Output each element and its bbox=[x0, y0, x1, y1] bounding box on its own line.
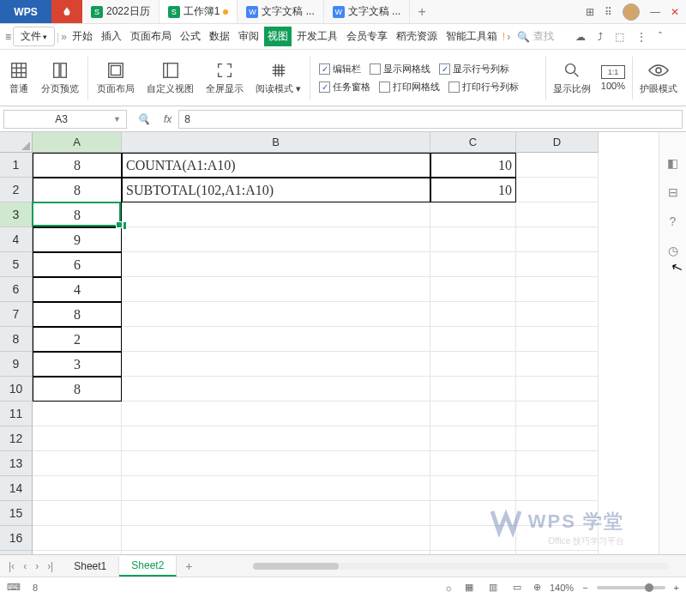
row-header-10[interactable]: 10 bbox=[0, 377, 33, 402]
window-close[interactable]: ✕ bbox=[671, 6, 679, 18]
cell-A4[interactable]: 9 bbox=[33, 227, 122, 252]
cell-C8[interactable] bbox=[430, 327, 516, 352]
flame-icon[interactable] bbox=[51, 0, 82, 23]
ime-icon[interactable]: ⌨ bbox=[7, 582, 21, 593]
cell-B8[interactable] bbox=[122, 327, 430, 352]
col-header-A[interactable]: A bbox=[33, 132, 122, 153]
check-formulabar[interactable]: ✓编辑栏 bbox=[319, 63, 361, 75]
sidebar-expand-icon[interactable]: ◧ bbox=[667, 156, 678, 170]
cloud-icon[interactable]: ☁ bbox=[575, 31, 586, 43]
eye-mode[interactable]: 护眼模式 bbox=[635, 50, 683, 106]
sidebar-clock-icon[interactable]: ◷ bbox=[668, 244, 678, 257]
cell-D15[interactable] bbox=[516, 501, 599, 526]
sheet-nav-next[interactable]: › bbox=[32, 559, 42, 574]
cell-A10[interactable]: 8 bbox=[33, 377, 122, 402]
row-header-3[interactable]: 3 bbox=[0, 202, 33, 227]
view-pagebreak[interactable]: 分页预览 bbox=[36, 50, 84, 106]
cell-A17[interactable] bbox=[33, 551, 122, 554]
sheet-nav-first[interactable]: |‹ bbox=[5, 559, 18, 574]
cell-A6[interactable]: 4 bbox=[33, 277, 122, 302]
cell-C16[interactable] bbox=[430, 526, 516, 551]
formula-input[interactable]: 8 bbox=[178, 110, 683, 129]
row-header-16[interactable]: 16 bbox=[0, 526, 33, 551]
cell-D5[interactable] bbox=[516, 252, 599, 277]
hamburger-icon[interactable]: ≡ bbox=[5, 31, 11, 43]
cell-D14[interactable] bbox=[516, 476, 599, 501]
cell-D12[interactable] bbox=[516, 426, 599, 451]
col-header-D[interactable]: D bbox=[516, 132, 599, 153]
collapse-ribbon-icon[interactable]: ˆ bbox=[659, 31, 662, 43]
cell-D4[interactable] bbox=[516, 227, 599, 252]
cell-C17[interactable] bbox=[430, 551, 516, 554]
zoom-ratio[interactable]: 显示比例 bbox=[548, 50, 596, 106]
cell-B6[interactable] bbox=[122, 277, 430, 302]
row-header-9[interactable]: 9 bbox=[0, 352, 33, 377]
sidebar-help-icon[interactable]: ? bbox=[670, 214, 677, 228]
cell-D9[interactable] bbox=[516, 352, 599, 377]
cell-D11[interactable] bbox=[516, 402, 599, 426]
menu-pagelayout[interactable]: 页面布局 bbox=[127, 27, 175, 46]
menu-insert[interactable]: 插入 bbox=[98, 27, 125, 46]
cell-C2[interactable]: 10 bbox=[430, 178, 516, 202]
check-headings[interactable]: ✓显示行号列标 bbox=[439, 63, 509, 75]
cell-B9[interactable] bbox=[122, 352, 430, 377]
cell-B7[interactable] bbox=[122, 302, 430, 327]
user-avatar[interactable] bbox=[623, 3, 640, 21]
cell-A15[interactable] bbox=[33, 501, 122, 526]
horizontal-scrollbar[interactable] bbox=[253, 560, 669, 572]
menu-formula[interactable]: 公式 bbox=[177, 27, 204, 46]
cell-D10[interactable] bbox=[516, 377, 599, 402]
sheet-nav-last[interactable]: ›| bbox=[44, 559, 57, 574]
menu-data[interactable]: 数据 bbox=[206, 27, 233, 46]
cell-C13[interactable] bbox=[430, 451, 516, 476]
new-tab-button[interactable]: + bbox=[410, 0, 434, 23]
cell-B4[interactable] bbox=[122, 227, 430, 252]
view-page-icon[interactable]: ▥ bbox=[485, 580, 501, 595]
apps-icon[interactable]: ⠿ bbox=[605, 6, 612, 18]
row-header-7[interactable]: 7 bbox=[0, 302, 33, 327]
cell-D8[interactable] bbox=[516, 327, 599, 352]
window-minimize[interactable]: — bbox=[650, 6, 660, 18]
row-header-1[interactable]: 1 bbox=[0, 153, 33, 178]
check-gridlines[interactable]: 显示网格线 bbox=[370, 63, 430, 75]
col-header-B[interactable]: B bbox=[122, 132, 430, 153]
cell-A12[interactable] bbox=[33, 426, 122, 451]
cell-C14[interactable] bbox=[430, 476, 516, 501]
cell-A14[interactable] bbox=[33, 476, 122, 501]
doc-tab-2[interactable]: W 文字文稿 ... bbox=[238, 0, 323, 23]
cell-B13[interactable] bbox=[122, 451, 430, 476]
row-header-8[interactable]: 8 bbox=[0, 327, 33, 352]
zoom-100[interactable]: 1:1 100% bbox=[596, 50, 630, 106]
fx-button[interactable]: fx bbox=[157, 113, 178, 125]
cell-B14[interactable] bbox=[122, 476, 430, 501]
row-header-12[interactable]: 12 bbox=[0, 426, 33, 451]
view-pagelayout[interactable]: 页面布局 bbox=[92, 50, 140, 106]
cell-C11[interactable] bbox=[430, 402, 516, 426]
fx-search-icon[interactable]: 🔍 bbox=[130, 113, 157, 125]
cell-A11[interactable] bbox=[33, 402, 122, 426]
view-normal[interactable]: 普通 bbox=[3, 50, 34, 106]
select-all-corner[interactable] bbox=[0, 132, 33, 153]
row-header-13[interactable]: 13 bbox=[0, 451, 33, 476]
cell-B15[interactable] bbox=[122, 501, 430, 526]
cell-A3[interactable]: 8 bbox=[33, 202, 122, 227]
cell-D7[interactable] bbox=[516, 302, 599, 327]
cell-C7[interactable] bbox=[430, 302, 516, 327]
sun-icon[interactable]: ☼ bbox=[444, 583, 453, 593]
wps-menu[interactable]: WPS bbox=[0, 0, 51, 23]
cell-B12[interactable] bbox=[122, 426, 430, 451]
cell-A5[interactable]: 6 bbox=[33, 252, 122, 277]
zoom-out[interactable]: − bbox=[582, 583, 587, 593]
search-box[interactable]: 🔍 查找 bbox=[517, 29, 554, 44]
check-printheadings[interactable]: 打印行号列标 bbox=[448, 81, 519, 94]
chevron-right-icon[interactable]: » bbox=[61, 31, 67, 43]
cell-B2[interactable]: SUBTOTAL(102,A1:A10) bbox=[122, 178, 430, 202]
cell-A8[interactable]: 2 bbox=[33, 327, 122, 352]
row-header-6[interactable]: 6 bbox=[0, 277, 33, 302]
sidebar-settings-icon[interactable]: ⊟ bbox=[668, 185, 678, 199]
row-header-17[interactable]: 17 bbox=[0, 551, 33, 554]
cell-B17[interactable] bbox=[122, 551, 430, 554]
row-header-2[interactable]: 2 bbox=[0, 178, 33, 202]
cell-A7[interactable]: 8 bbox=[33, 302, 122, 327]
cell-B10[interactable] bbox=[122, 377, 430, 402]
